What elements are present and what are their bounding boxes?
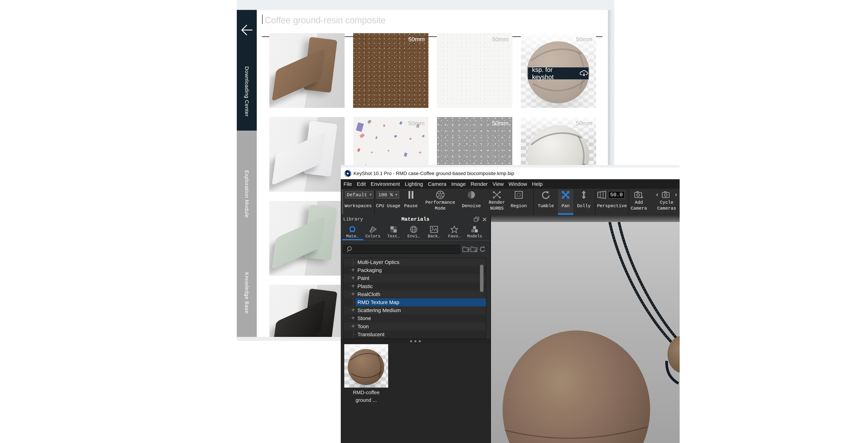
material-thumb-texture-brown[interactable]: 50mm xyxy=(353,33,429,108)
terrazzo-chip xyxy=(419,151,422,154)
import-folder-icon[interactable] xyxy=(470,245,477,253)
material-preview-name: RMD-coffee ground ... xyxy=(344,389,388,404)
terrazzo-chip xyxy=(383,124,385,127)
library-tab-title: Materials xyxy=(341,216,490,222)
menu-image[interactable]: Image xyxy=(449,181,468,187)
menu-file[interactable]: File xyxy=(341,181,354,187)
material-thumb-texture-white[interactable]: 50mm xyxy=(437,33,512,108)
viewport-top-band xyxy=(491,215,680,222)
tree-item[interactable]: +Packaging xyxy=(344,266,486,274)
screenshot-root: Downloading Center Exploration Module Kn… xyxy=(0,0,868,443)
material-thumb-ball-brown[interactable]: 50mm ksp. for keyshot xyxy=(521,33,596,108)
tree-item[interactable]: +Stone xyxy=(344,314,486,322)
material-thumb-board-brown[interactable] xyxy=(269,33,345,108)
title-bar[interactable]: KeyShot 10.1 Pro - RMD case-Coffee groun… xyxy=(341,168,680,179)
sidebar-item-exploration-module[interactable]: Exploration Module xyxy=(244,170,250,218)
material-thumb-board-white[interactable] xyxy=(269,117,345,192)
realtime-viewport[interactable] xyxy=(491,215,680,443)
denoise-button[interactable]: Denoise xyxy=(457,189,486,215)
material-thumb-board-green[interactable] xyxy=(269,201,345,275)
tumble-icon xyxy=(541,190,550,200)
denoise-icon xyxy=(467,190,476,200)
board-lying xyxy=(272,216,326,269)
cycle-cameras-button[interactable]: Cycle Cameras xyxy=(654,189,680,215)
size-label: 50mm xyxy=(492,36,508,43)
terrazzo-chip xyxy=(394,135,397,138)
back-arrow-icon[interactable] xyxy=(241,25,253,36)
menu-environment[interactable]: Environment xyxy=(368,181,402,187)
tumble-button[interactable]: Tumble xyxy=(534,189,558,215)
add-folder-icon[interactable] xyxy=(462,245,470,253)
panel-splitter[interactable] xyxy=(341,339,490,344)
terrazzo-chip xyxy=(422,135,425,138)
search-icon xyxy=(346,245,353,253)
tree-item[interactable]: +Plastic xyxy=(344,283,486,290)
keyshot-window: KeyShot 10.1 Pro - RMD case-Coffee groun… xyxy=(341,165,680,443)
dolly-button[interactable]: Dolly xyxy=(574,189,594,215)
window-title: KeyShot 10.1 Pro - RMD case-Coffee groun… xyxy=(353,171,514,176)
tree-scrollbar-thumb[interactable] xyxy=(480,265,484,292)
library-header: Library Materials ✕ xyxy=(341,215,490,223)
materials-icon xyxy=(349,226,356,233)
menu-render[interactable]: Render xyxy=(468,181,490,187)
terrazzo-chip xyxy=(360,133,365,138)
perspective-icon xyxy=(597,190,607,200)
menu-camera[interactable]: Camera xyxy=(426,181,449,187)
terrazzo-chip xyxy=(367,120,371,124)
terrazzo-chip xyxy=(399,121,403,125)
tree-item[interactable]: +Paint xyxy=(344,274,486,282)
terrazzo-chip xyxy=(404,153,407,157)
refresh-icon[interactable] xyxy=(478,245,486,253)
models-icon xyxy=(471,226,478,233)
perspective-value[interactable]: 50.0 xyxy=(608,191,625,199)
tree-item-selected[interactable]: RMD Texture Map xyxy=(344,298,486,306)
size-label: 50mm xyxy=(492,120,508,127)
library-search-input[interactable] xyxy=(343,245,460,254)
tree-item[interactable]: +RealCloth xyxy=(344,290,486,298)
colors-icon xyxy=(369,226,377,233)
pan-button[interactable]: Pan xyxy=(558,189,573,215)
tree-item[interactable]: +Scattering Medium xyxy=(344,306,486,314)
material-preview-thumb[interactable] xyxy=(344,344,388,388)
close-panel-icon[interactable]: ✕ xyxy=(482,216,487,223)
menu-lighting[interactable]: Lighting xyxy=(402,181,425,187)
sidebar-item-downloading-center[interactable]: Downloading Center xyxy=(244,66,250,117)
tab-models[interactable]: Models xyxy=(464,223,485,240)
tree-item[interactable]: Translucent xyxy=(344,330,486,338)
tree-item[interactable]: +Toon xyxy=(344,323,486,330)
size-label: 50mm xyxy=(408,36,425,43)
cycle-cameras-icon xyxy=(655,190,678,200)
menu-window[interactable]: Window xyxy=(506,181,530,187)
tree-item[interactable]: Multi-Layer Optics xyxy=(344,258,486,266)
cloud-download-icon xyxy=(580,69,589,78)
region-button[interactable]: Region xyxy=(506,189,532,215)
terrazzo-chip xyxy=(387,150,390,152)
performance-mode-button[interactable]: Performance Mode xyxy=(422,189,459,215)
region-icon xyxy=(515,190,523,200)
menu-edit[interactable]: Edit xyxy=(354,181,368,187)
ksp-download-tooltip[interactable]: ksp. for keyshot xyxy=(528,67,589,79)
material-category-tree: Multi-Layer Optics +Packaging +Paint +Pl… xyxy=(343,258,486,339)
pause-icon xyxy=(407,190,414,200)
size-label: 50mm xyxy=(408,120,425,127)
search-input[interactable]: Coffee ground-resin composite xyxy=(265,15,385,25)
float-panel-icon[interactable] xyxy=(473,216,479,222)
pan-icon xyxy=(561,190,570,200)
text-cursor xyxy=(262,14,262,24)
scene-3d xyxy=(491,222,680,443)
board-lying xyxy=(272,48,326,101)
sidebar-item-knowledge-base[interactable]: Knowledge Base xyxy=(244,272,250,314)
menu-help[interactable]: Help xyxy=(529,181,545,187)
pause-button[interactable]: Pause xyxy=(399,189,423,215)
menu-bar: File Edit Environment Lighting Camera Im… xyxy=(341,179,680,189)
add-camera-button[interactable]: Add Camera xyxy=(625,189,653,215)
dolly-icon xyxy=(581,190,587,200)
tooltip-text: ksp. for keyshot xyxy=(532,66,576,81)
render-nurbs-icon xyxy=(492,190,501,200)
terrazzo-chip xyxy=(371,151,373,153)
add-camera-icon xyxy=(634,190,644,200)
tabs-divider xyxy=(341,240,490,240)
board-lying xyxy=(272,300,326,337)
material-thumb-board-black[interactable] xyxy=(269,285,345,337)
menu-view[interactable]: View xyxy=(490,181,506,187)
